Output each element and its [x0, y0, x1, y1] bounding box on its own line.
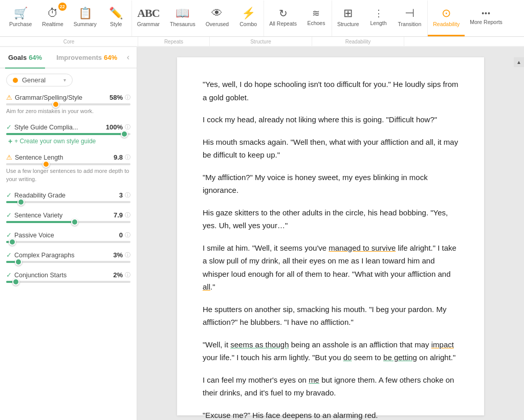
sidebar-body: General ▾ ⚠ Grammar/Spelling/Style 58% ⓘ…: [0, 69, 137, 420]
toolbar-style[interactable]: ✏️ Style: [102, 1, 130, 36]
summary-icon: 📋: [78, 8, 92, 19]
slider-thumb-variety[interactable]: [71, 218, 78, 226]
para-5: His gaze skitters to the other adults in…: [203, 206, 458, 232]
slider-fill-variety: [6, 221, 75, 223]
toolbar-thesaurus[interactable]: 📖 Thesaurus: [165, 1, 201, 36]
underline-impact: impact: [431, 340, 454, 349]
goal-passive-voice-slider[interactable]: [6, 241, 130, 243]
toolbar-thesaurus-label: Thesaurus: [170, 21, 195, 27]
para-7: He sputters on another sip, smacking his…: [203, 303, 458, 329]
toolbar-purchase-label: Purchase: [9, 21, 32, 27]
goal-sentence-variety-slider[interactable]: [6, 221, 130, 223]
slider-thumb-conjunction[interactable]: [12, 278, 19, 285]
toolbar-readability-label: Readability: [433, 21, 460, 27]
readability-icon: ⊙: [442, 8, 451, 19]
toolbar-overused-label: Overused: [206, 21, 229, 27]
goal-grammar-score: 58%: [110, 94, 123, 101]
slider-thumb[interactable]: [52, 101, 59, 108]
tab-goals-pct: 64%: [29, 54, 42, 61]
editor-area[interactable]: "Yes, well, I do hope schooling isn't to…: [137, 47, 524, 420]
group-core: Core: [0, 37, 138, 46]
transition-icon: ⊣: [405, 8, 414, 19]
toolbar-more-reports[interactable]: ••• More Reports: [465, 1, 508, 36]
goal-complex-paragraphs-info[interactable]: ⓘ: [125, 251, 130, 259]
underline-seems-as-though: seems as though: [230, 340, 289, 349]
para-1: "Yes, well, I do hope schooling isn't to…: [203, 78, 458, 104]
slider-thumb-complex[interactable]: [15, 258, 22, 266]
realtime-icon: ⏱: [47, 8, 58, 19]
toolbar-realtime[interactable]: ⏱ 22 Realtime: [37, 1, 68, 36]
general-select[interactable]: General ▾: [6, 74, 73, 86]
goal-conjunction-starts-slider[interactable]: [6, 281, 130, 283]
underline-do: do: [343, 353, 352, 362]
toolbar-style-label: Style: [110, 21, 122, 27]
slider-thumb-readability[interactable]: [17, 198, 25, 206]
goal-sentence-variety-info[interactable]: ⓘ: [125, 211, 130, 219]
goal-readability-label: Readability Grade: [14, 192, 118, 199]
goal-conjunction-starts: ✓ Conjunction Starts 2% ⓘ: [6, 271, 130, 283]
check-variety-icon: ✓: [6, 211, 12, 219]
sidebar: Goals 64% Improvements 64% ‹ General ▾ ⚠…: [0, 47, 137, 420]
echoes-icon: ≋: [312, 9, 320, 18]
slider-fill-sentence: [6, 163, 46, 165]
toolbar-all-repeats[interactable]: ↻ All Repeats: [264, 1, 302, 36]
toolbar-length[interactable]: ⋮ Length: [364, 1, 393, 36]
goal-conjunction-starts-score: 2%: [113, 271, 123, 279]
goal-conjunction-starts-info[interactable]: ⓘ: [125, 271, 130, 279]
sidebar-collapse-button[interactable]: ‹: [125, 51, 132, 64]
goal-readability-header: ✓ Readability Grade 3 ⓘ: [6, 191, 130, 199]
toolbar-structure-label: Structure: [337, 21, 359, 27]
tab-goals[interactable]: Goals 64%: [5, 47, 45, 69]
tab-improvements-pct: 64%: [104, 54, 117, 61]
underline-managed: managed to survive: [329, 244, 396, 252]
toolbar-purchase[interactable]: 🛒 Purchase: [4, 1, 37, 36]
toolbar-overused[interactable]: 👁 Overused: [201, 1, 234, 36]
create-style-guide[interactable]: + + Create your own style guide: [6, 137, 130, 145]
goal-style-guide-info[interactable]: ⓘ: [125, 123, 130, 131]
goal-complex-paragraphs-header: ✓ Complex Paragraphs 3% ⓘ: [6, 251, 130, 259]
toolbar-all-repeats-label: All Repeats: [269, 20, 297, 27]
goal-readability-slider[interactable]: [6, 201, 130, 203]
slider-fill-left: [6, 103, 56, 105]
slider-fill-style: [6, 133, 124, 135]
general-dot: [13, 78, 18, 83]
toolbar-grammar[interactable]: ABC Grammar: [132, 1, 165, 36]
goal-grammar-info[interactable]: ⓘ: [125, 94, 130, 101]
group-structure: Structure: [210, 37, 312, 46]
group-readability: Readability: [312, 37, 404, 46]
goal-sentence-variety: ✓ Sentence Variety 7.9 ⓘ: [6, 211, 130, 223]
goal-passive-voice-label: Passive Voice: [14, 232, 118, 239]
toolbar-readability[interactable]: ⊙ Readability: [428, 1, 465, 36]
goal-sentence-length-label: Sentence Length: [15, 154, 113, 161]
goal-sentence-length-slider[interactable]: [6, 163, 130, 165]
toolbar-combo[interactable]: ⚡ Combo: [234, 1, 263, 36]
sub-toolbar: Core Repeats Structure Readability: [0, 37, 524, 47]
toolbar-structure[interactable]: ⊞ Structure: [332, 1, 364, 36]
goal-sentence-length-score: 9.8: [114, 153, 123, 161]
goal-passive-voice-score: 0: [119, 231, 123, 239]
toolbar-echoes[interactable]: ≋ Echoes: [302, 1, 331, 36]
goal-grammar-slider[interactable]: [6, 103, 130, 105]
check-conjunction-icon: ✓: [6, 271, 12, 279]
scroll-up-arrow[interactable]: ▲: [514, 57, 524, 67]
goal-style-guide-slider[interactable]: [6, 133, 130, 135]
warning-icon: ⚠: [6, 94, 12, 101]
toolbar-transition[interactable]: ⊣ Transition: [393, 1, 427, 36]
toolbar-summary[interactable]: 📋 Summary: [69, 1, 102, 36]
document[interactable]: "Yes, well, I do hope schooling isn't to…: [177, 57, 484, 415]
underline-be-getting: be getting: [383, 353, 417, 362]
goal-complex-paragraphs-slider[interactable]: [6, 261, 130, 263]
goal-sentence-length-info[interactable]: ⓘ: [125, 153, 130, 161]
goal-passive-voice-info[interactable]: ⓘ: [125, 231, 130, 239]
tab-improvements[interactable]: Improvements 64%: [53, 47, 120, 69]
goal-complex-paragraphs-label: Complex Paragraphs: [14, 252, 112, 259]
goal-readability-info[interactable]: ⓘ: [125, 191, 130, 199]
slider-thumb-style[interactable]: [121, 130, 128, 138]
slider-thumb-sentence[interactable]: [42, 161, 50, 168]
goal-sentence-variety-score: 7.9: [114, 211, 123, 219]
para-6: I smile at him. "Well, it seems you've m…: [203, 241, 458, 294]
check-complex-icon: ✓: [6, 251, 12, 259]
realtime-badge: 22: [58, 3, 67, 11]
toolbar-transition-label: Transition: [398, 21, 422, 27]
slider-thumb-passive[interactable]: [9, 238, 16, 246]
